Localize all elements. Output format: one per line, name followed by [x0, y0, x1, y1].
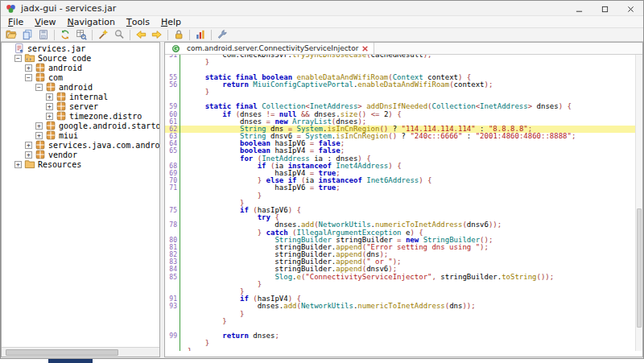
package-icon	[45, 130, 56, 141]
jar-file-icon	[14, 43, 25, 54]
code-text: }	[180, 318, 227, 325]
collapse-icon[interactable]: −	[35, 84, 43, 91]
expand-icon[interactable]: +	[25, 151, 32, 159]
editor-bottom-strip	[165, 351, 642, 357]
tree-label: com	[48, 73, 63, 82]
code-line[interactable]: }	[165, 89, 642, 96]
tree-item-com[interactable]: −com	[2, 72, 159, 82]
project-tree: services.jar−Source code+android−com−and…	[2, 43, 159, 347]
expand-icon[interactable]: +	[35, 122, 43, 130]
menu-view[interactable]: View	[29, 16, 61, 27]
menu-navigation[interactable]: Navigation	[62, 16, 121, 27]
code-line[interactable]: }	[165, 59, 642, 66]
back-icon	[135, 29, 147, 40]
expand-icon[interactable]: +	[46, 93, 53, 101]
scrollbar-thumb[interactable]	[637, 208, 642, 327]
close-button[interactable]	[617, 1, 643, 15]
tree-item-services-java-com-android-server[interactable]: +services.java.com.android.server.	[2, 140, 159, 150]
toolbar-button-forward[interactable]	[149, 28, 165, 41]
toolbar-separator	[54, 30, 55, 40]
line-number: 84	[165, 266, 180, 273]
expand-icon[interactable]: +	[14, 161, 22, 168]
log-viewer-icon	[195, 29, 206, 40]
line-number: 68	[165, 163, 180, 170]
line-number	[165, 311, 180, 318]
line-number: 75	[165, 207, 180, 214]
toolbar-button-preferences[interactable]	[214, 28, 230, 41]
tab-connectivity-service-injector[interactable]: com.android.server.ConnectivityServiceIn…	[165, 43, 374, 54]
text-search-icon	[114, 29, 125, 40]
resources-folder-icon	[24, 159, 35, 170]
tree-item-google-android-startop-iorap[interactable]: +google.android.startop.iorap	[2, 121, 159, 130]
line-number	[165, 281, 180, 288]
collapse-icon[interactable]: −	[25, 74, 32, 81]
editor-panel: com.android.server.ConnectivityServiceIn…	[164, 42, 643, 357]
code-line[interactable]: }	[165, 318, 642, 325]
app-window: jadx-gui - services.jar FileViewNavigati…	[0, 0, 644, 359]
toolbar-button-class-search[interactable]	[73, 28, 89, 41]
line-number	[165, 288, 180, 295]
toolbar-button-open-file[interactable]	[3, 28, 19, 41]
line-number: 55	[165, 74, 180, 81]
tree-item-resources[interactable]: +Resources	[2, 159, 159, 169]
menu-help[interactable]: Help	[155, 16, 187, 27]
forward-icon	[151, 29, 163, 40]
tab-close-icon[interactable]	[361, 45, 369, 52]
expand-icon[interactable]: +	[46, 103, 53, 110]
toolbar-button-reload[interactable]	[57, 28, 73, 41]
menu-file[interactable]: File	[2, 16, 29, 27]
package-icon	[35, 149, 46, 160]
tree-item-android[interactable]: +android	[2, 63, 159, 72]
add-files-icon	[22, 29, 33, 40]
expand-icon[interactable]: +	[25, 142, 32, 149]
toolbar-button-text-search[interactable]	[111, 28, 127, 41]
tree-item-miui[interactable]: +miui	[2, 130, 159, 140]
line-number	[165, 192, 180, 200]
toolbar-button-log-viewer[interactable]	[192, 28, 208, 41]
menu-bar: FileViewNavigationToolsHelp	[1, 16, 643, 28]
close-icon	[627, 1, 634, 16]
collapse-icon[interactable]: −	[14, 55, 22, 62]
line-number: 81	[165, 244, 180, 251]
tree-label: Resources	[38, 160, 81, 169]
maximize-icon	[601, 1, 609, 16]
code-line[interactable]: 56 return MiuiConfigCaptivePortal.enable…	[165, 81, 642, 89]
line-number	[165, 214, 180, 221]
code-line[interactable]: }	[165, 340, 642, 347]
line-number: 93	[165, 303, 180, 310]
code-vertical-scrollbar[interactable]	[635, 55, 642, 351]
line-number: 69	[165, 170, 180, 177]
line-number: 78	[165, 221, 180, 229]
tree-item-source-code[interactable]: −Source code	[2, 53, 159, 63]
toolbar-button-deobfuscation[interactable]	[95, 28, 111, 41]
minimize-button[interactable]	[566, 1, 592, 15]
expand-icon[interactable]: +	[25, 64, 32, 72]
tree-horizontal-scrollbar[interactable]	[2, 347, 159, 357]
tree-label: services.jar	[27, 44, 85, 53]
code-line[interactable]: }	[165, 348, 642, 352]
toolbar-separator	[130, 30, 130, 40]
code-line[interactable]: }	[165, 311, 642, 318]
expand-icon[interactable]: +	[35, 132, 43, 139]
menu-tools[interactable]: Tools	[121, 16, 155, 27]
toolbar-separator	[167, 30, 168, 40]
tree-label: timezone.distro	[69, 112, 142, 121]
line-number	[165, 96, 180, 103]
tree-item-server[interactable]: +server	[2, 101, 159, 111]
toolbar-separator	[189, 30, 190, 40]
scrollbar-thumb[interactable]	[6, 349, 118, 356]
toolbar-button-save-all[interactable]	[35, 28, 52, 41]
tree-item-android[interactable]: −android	[2, 82, 159, 92]
maximize-button[interactable]	[592, 1, 617, 15]
line-number: 83	[165, 258, 180, 266]
tree-item-internal[interactable]: +internal	[2, 92, 159, 101]
tree-item-timezone-distro[interactable]: +timezone.distro	[2, 111, 159, 121]
expand-icon[interactable]: +	[46, 113, 53, 120]
toolbar-button-add-files[interactable]	[19, 28, 35, 41]
line-number: 61	[165, 118, 180, 126]
code-viewer[interactable]: 51 com.checkDnsSvr.trySyncDnsUseCase(cac…	[165, 55, 642, 351]
code-line[interactable]: 99 return dnses;	[165, 332, 642, 340]
toolbar-button-lock[interactable]	[171, 28, 187, 41]
deobfuscation-icon	[97, 29, 109, 40]
toolbar-button-back[interactable]	[133, 28, 149, 41]
